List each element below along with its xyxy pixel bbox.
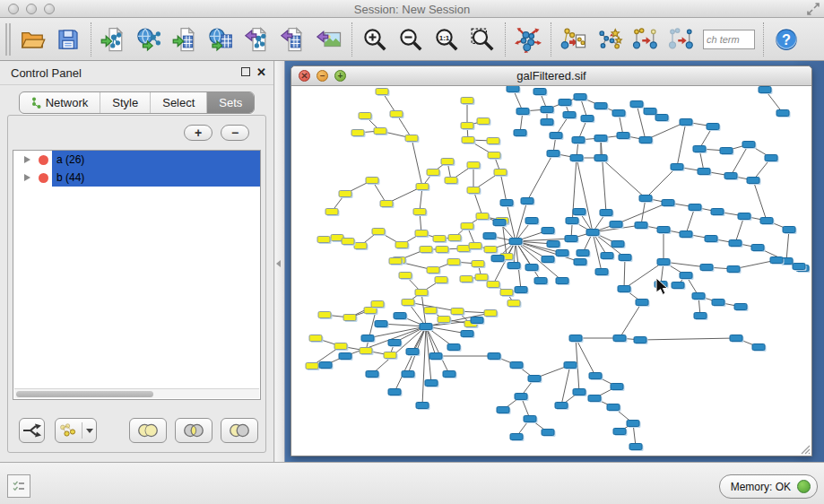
zoom-fit-button[interactable]: 1:1 xyxy=(429,22,464,57)
toolbar-separator xyxy=(351,22,352,56)
create-set-dropdown-button[interactable] xyxy=(55,418,97,443)
main-toolbar: 1:1 xyxy=(0,18,824,61)
help-icon: ? xyxy=(773,26,800,53)
svg-text:1:1: 1:1 xyxy=(439,33,450,41)
sets-panel: + − a (26) b (44) xyxy=(7,115,266,453)
chevron-down-icon xyxy=(86,429,93,433)
intersect-sets-button[interactable] xyxy=(175,418,213,443)
sets-toolbar xyxy=(19,417,258,444)
export-image-button[interactable] xyxy=(311,22,347,57)
zoom-selected-button[interactable] xyxy=(464,22,500,57)
panel-splitter[interactable] xyxy=(275,61,285,462)
fullscreen-icon[interactable] xyxy=(807,3,820,15)
tab-style-label: Style xyxy=(112,96,138,109)
show-all-icon xyxy=(668,26,695,53)
add-set-button[interactable]: + xyxy=(184,125,213,141)
venn-difference-icon xyxy=(227,422,252,439)
set-label: a (26) xyxy=(52,151,260,169)
control-panel: Control Panel ✕ Network Style Select Set… xyxy=(0,61,274,462)
apply-layout-button[interactable] xyxy=(510,22,546,57)
toolbar-separator xyxy=(91,22,91,56)
task-list-icon xyxy=(12,479,26,493)
task-history-button[interactable] xyxy=(7,474,30,498)
memory-status-button[interactable]: Memory: OK xyxy=(719,474,818,499)
import-table-file-icon xyxy=(172,26,199,53)
list-item-set-a[interactable]: a (26) xyxy=(13,151,260,169)
memory-ok-indicator xyxy=(797,480,811,493)
save-floppy-icon xyxy=(55,26,82,53)
network-graph[interactable] xyxy=(291,86,811,456)
network-desktop: ✕ – + galFiltered.sif xyxy=(285,61,824,462)
layout-icon xyxy=(515,26,542,53)
expand-triangle-icon[interactable] xyxy=(24,156,30,163)
list-item-set-b[interactable]: b (44) xyxy=(13,169,260,187)
zoom-fit-icon: 1:1 xyxy=(433,26,460,53)
network-view-title: galFiltered.sif xyxy=(291,69,811,83)
window-title: Session: New Session xyxy=(0,3,824,16)
save-session-button[interactable] xyxy=(50,22,86,57)
import-table-url-button[interactable] xyxy=(204,22,239,57)
select-first-neighbors-icon xyxy=(596,26,623,53)
tab-select-label: Select xyxy=(162,96,195,109)
control-panel-title: Control Panel xyxy=(11,66,82,80)
tab-sets[interactable]: Sets xyxy=(206,92,254,113)
close-panel-icon[interactable]: ✕ xyxy=(256,65,266,79)
import-network-url-icon xyxy=(136,26,163,53)
toolbar-separator xyxy=(763,22,764,56)
hide-selected-button[interactable] xyxy=(628,22,664,57)
sets-list: a (26) b (44) xyxy=(13,150,261,400)
import-table-file-button[interactable] xyxy=(168,22,204,57)
import-table-url-icon xyxy=(208,26,235,53)
tab-network-label: Network xyxy=(46,96,89,109)
set-color-dot-icon xyxy=(39,155,48,165)
set-color-dot-icon xyxy=(39,173,48,183)
window-titlebar: Session: New Session xyxy=(0,0,824,18)
combo-divider xyxy=(82,422,82,439)
control-panel-tabs: Network Style Select Sets xyxy=(0,91,273,114)
scrollbar-thumb[interactable] xyxy=(16,391,153,397)
export-table-button[interactable] xyxy=(275,22,311,57)
import-network-url-button[interactable] xyxy=(132,22,168,57)
expand-triangle-icon[interactable] xyxy=(24,174,30,181)
search-input[interactable] xyxy=(703,30,755,49)
tab-network[interactable]: Network xyxy=(20,92,100,113)
tab-style[interactable]: Style xyxy=(100,92,150,113)
toolbar-drag-handle[interactable] xyxy=(5,23,11,56)
toolbar-separator xyxy=(551,22,551,56)
memory-status-label: Memory: OK xyxy=(731,481,791,493)
network-tab-icon xyxy=(31,97,41,109)
difference-sets-button[interactable] xyxy=(221,418,258,443)
split-set-button[interactable] xyxy=(19,418,45,443)
new-network-from-selection-icon xyxy=(560,26,587,53)
control-panel-header: Control Panel ✕ xyxy=(0,61,273,85)
import-network-file-button[interactable] xyxy=(96,22,132,57)
zoom-out-button[interactable] xyxy=(393,22,429,57)
export-network-button[interactable] xyxy=(239,22,275,57)
network-canvas[interactable] xyxy=(291,86,811,456)
network-window-titlebar[interactable]: ✕ – + galFiltered.sif xyxy=(291,66,811,86)
resize-grip-icon[interactable] xyxy=(800,444,811,455)
show-all-button[interactable] xyxy=(664,22,699,57)
set-label: b (44) xyxy=(52,169,260,187)
select-first-neighbors-button[interactable] xyxy=(592,22,628,57)
float-panel-icon[interactable] xyxy=(241,67,250,76)
yellow-network-icon xyxy=(59,423,77,438)
remove-set-button[interactable]: − xyxy=(221,125,249,141)
export-table-icon xyxy=(280,26,307,53)
zoom-out-icon xyxy=(397,26,424,53)
horizontal-scrollbar[interactable] xyxy=(14,388,259,398)
split-arrows-icon xyxy=(22,422,43,439)
help-button[interactable]: ? xyxy=(768,22,804,57)
tab-select[interactable]: Select xyxy=(150,92,206,113)
hide-selected-icon xyxy=(632,26,659,53)
new-network-from-selection-button[interactable] xyxy=(556,22,592,57)
zoom-in-button[interactable] xyxy=(357,22,393,57)
zoom-in-icon xyxy=(361,26,388,53)
status-bar: Memory: OK xyxy=(0,462,824,504)
union-sets-button[interactable] xyxy=(129,418,167,443)
venn-union-icon xyxy=(135,422,160,439)
tab-sets-label: Sets xyxy=(219,96,242,109)
svg-text:?: ? xyxy=(782,30,791,47)
collapse-arrow-icon[interactable] xyxy=(276,260,281,267)
open-session-button[interactable] xyxy=(14,22,50,57)
